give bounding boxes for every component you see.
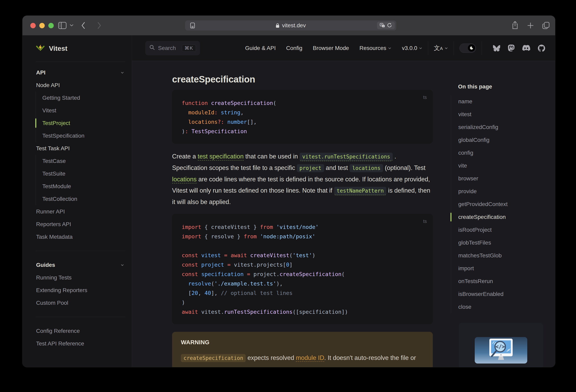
outline-item-vitest[interactable]: vitest [451, 108, 545, 121]
outline-item-matchestestglob[interactable]: matchesTestGlob [451, 249, 545, 262]
sidebar-item-testsuite[interactable]: TestSuite [36, 167, 132, 180]
outline-item-createspecification[interactable]: createSpecification [451, 211, 545, 223]
sidebar-item-getting-started[interactable]: Getting Started [36, 91, 132, 104]
github-icon[interactable] [538, 45, 545, 52]
nav-link[interactable]: v3.0.0 [402, 45, 422, 51]
sidebar-item-extending-reporters[interactable]: Extending Reporters [23, 284, 132, 297]
url-bar[interactable]: vitest.dev A文 [185, 21, 396, 30]
doc-link[interactable]: testNamePattern [334, 187, 386, 195]
sponsor-card[interactable]: </> [459, 323, 543, 367]
moon-icon [468, 44, 475, 52]
divider [36, 251, 125, 251]
sidebar-item-testcollection[interactable]: TestCollection [36, 193, 132, 205]
inline-code: project [297, 164, 324, 172]
reload-icon[interactable] [387, 23, 392, 28]
doc-link[interactable]: test specification [198, 153, 244, 160]
sidebar-item-running-tests[interactable]: Running Tests [23, 271, 132, 284]
code-line: locations?: number[], [172, 117, 433, 127]
bluesky-icon[interactable] [493, 45, 500, 51]
site-navbar: Search ⌘K Guide & APIConfigBrowser ModeR… [132, 35, 555, 61]
language-menu[interactable]: 文A [434, 44, 448, 52]
outline-panel: On this page namevitestserializedConfigg… [451, 84, 545, 313]
doc-link[interactable]: vitest.runTestSpecifications [300, 153, 393, 161]
sidebar-item-testmodule[interactable]: TestModule [36, 180, 132, 193]
outline-item-globtestfiles[interactable]: globTestFiles [451, 236, 545, 249]
translate-icon[interactable]: A文 [380, 23, 385, 28]
back-icon[interactable] [81, 22, 86, 29]
code-block-example: ts import { createVitest } from 'vitest/… [172, 214, 433, 324]
mastodon-icon[interactable] [508, 45, 515, 52]
tabs-icon[interactable] [542, 22, 550, 30]
code-line: const vitest = await createVitest('test'… [172, 251, 433, 260]
search-label: Search [158, 45, 176, 51]
nav-link[interactable]: Browser Mode [313, 45, 349, 51]
outline-item-name[interactable]: name [451, 95, 545, 108]
fullscreen-button[interactable] [48, 23, 54, 28]
outline-item-globalconfig[interactable]: globalConfig [451, 134, 545, 147]
nav-link[interactable]: Resources [359, 45, 392, 51]
svg-text:文: 文 [382, 25, 384, 27]
description-paragraph: Create a test specification that can be … [172, 151, 433, 208]
page-title: createSpecification [172, 74, 433, 85]
chevron-down-icon [120, 69, 124, 76]
sidebar-item-testproject[interactable]: TestProject [36, 117, 132, 129]
chevron-down-icon[interactable] [70, 24, 73, 27]
nav-link[interactable]: Guide & API [245, 45, 276, 51]
warning-callout: WARNING createSpecification expects reso… [172, 332, 433, 367]
doc-link[interactable]: locations [172, 176, 197, 183]
chevron-down-icon [120, 262, 124, 268]
sidebar-item-api[interactable]: API [23, 66, 132, 79]
sidebar-item-test-api-reference[interactable]: Test API Reference [23, 337, 132, 350]
code-line [172, 241, 433, 251]
sidebar-group: Getting StartedVitestTestProjectTestSpec… [36, 91, 132, 142]
outline-item-ontestsrerun[interactable]: onTestsRerun [451, 275, 545, 288]
minimize-button[interactable] [39, 23, 45, 28]
sidebar-item-test-task-api[interactable]: Test Task API [23, 142, 132, 155]
sidebar-item-guides[interactable]: Guides [23, 259, 132, 271]
sidebar-item-custom-pool[interactable]: Custom Pool [23, 297, 132, 309]
doc-content: createSpecification ts function createSp… [132, 61, 555, 367]
outline-item-vite[interactable]: vite [451, 159, 545, 172]
outline-item-isrootproject[interactable]: isRootProject [451, 223, 545, 236]
code-line: await vitest.runTestSpecifications([spec… [172, 307, 433, 317]
sidebar-item-task-metadata[interactable]: Task Metadata [23, 231, 132, 243]
forward-icon[interactable] [97, 22, 101, 29]
sidebar-item-testspecification[interactable]: TestSpecification [36, 129, 132, 142]
code-line: function createSpecification( [172, 98, 433, 108]
outline-item-close[interactable]: close [451, 301, 545, 313]
theme-toggle[interactable] [460, 44, 476, 53]
sidebar-toggle-icon[interactable] [58, 22, 67, 29]
doc-sidebar: Vitest APINode APIGetting StartedVitestT… [23, 35, 132, 367]
new-tab-icon[interactable] [527, 22, 534, 29]
nav-divider [428, 41, 428, 55]
svg-text:</>: </> [496, 344, 505, 350]
outline-item-serializedconfig[interactable]: serializedConfig [451, 121, 545, 134]
sidebar-item-reporters-api[interactable]: Reporters API [23, 218, 132, 231]
outline-item-config[interactable]: config [451, 147, 545, 159]
site-logo[interactable]: Vitest [23, 35, 132, 61]
chevron-down-icon [388, 45, 392, 51]
sidebar-item-runner-api[interactable]: Runner API [23, 205, 132, 218]
search-icon [149, 45, 155, 52]
outline-item-getprovidedcontext[interactable]: getProvidedContext [451, 198, 545, 211]
sidebar-item-config-reference[interactable]: Config Reference [23, 325, 132, 337]
nav-divider [482, 41, 482, 55]
outline-item-import[interactable]: import [451, 262, 545, 275]
code-lang-badge: ts [423, 93, 427, 102]
chevron-down-icon [419, 45, 422, 51]
sidebar-item-vitest[interactable]: Vitest [36, 104, 132, 117]
share-icon[interactable] [512, 21, 518, 30]
close-button[interactable] [30, 23, 36, 28]
search-button[interactable]: Search ⌘K [145, 41, 200, 55]
code-search-monitor-icon: </> [475, 337, 527, 363]
nav-link[interactable]: Config [286, 45, 302, 51]
sidebar-item-testcase[interactable]: TestCase [36, 155, 132, 167]
code-lines: function createSpecification( moduleId: … [172, 98, 433, 136]
inline-code: createSpecification [181, 354, 246, 362]
outline-item-isbrowserenabled[interactable]: isBrowserEnabled [451, 288, 545, 301]
discord-icon[interactable] [522, 45, 530, 51]
outline-item-browser[interactable]: browser [451, 172, 545, 185]
doc-link[interactable]: module ID [296, 354, 324, 362]
outline-item-provide[interactable]: provide [451, 185, 545, 198]
sidebar-item-node-api[interactable]: Node API [23, 79, 132, 91]
